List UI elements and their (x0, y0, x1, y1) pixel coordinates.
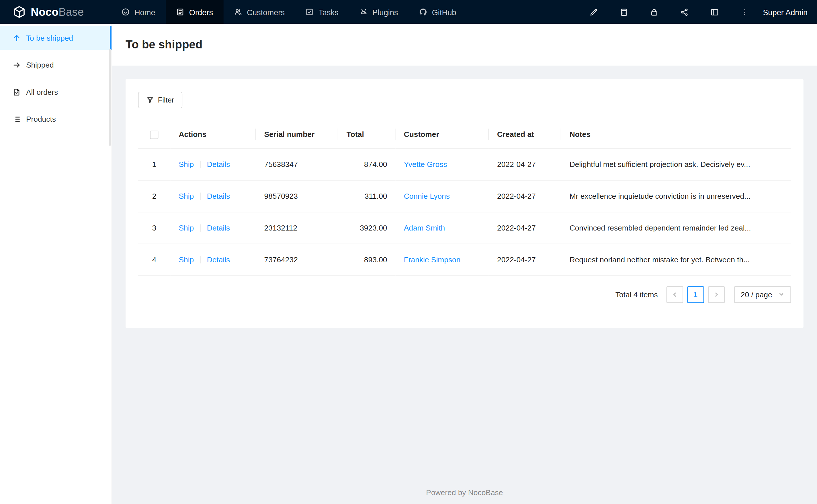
github-icon (419, 8, 427, 16)
logo-text-bold: Noco (31, 6, 58, 18)
sidebar-item-products[interactable]: Products (0, 107, 111, 131)
permissions-button[interactable] (639, 0, 669, 24)
page-size-select[interactable]: 20 / page (734, 286, 791, 303)
table-row: 4 ShipDetails 73764232 893.00 Frankie Si… (138, 244, 791, 275)
nav-item-tasks[interactable]: Tasks (295, 0, 349, 24)
orders-table: Actions Serial number Total Customer Cre… (138, 121, 791, 276)
created-at-cell: 2022-04-27 (489, 180, 561, 212)
customer-cell: Frankie Simpson (396, 244, 489, 275)
details-link[interactable]: Details (207, 192, 230, 200)
more-menu-button[interactable] (730, 0, 760, 24)
main-area: To be shipped Filter (112, 24, 817, 504)
row-actions: ShipDetails (170, 212, 256, 244)
details-link[interactable]: Details (207, 160, 230, 168)
filter-button[interactable]: Filter (138, 92, 182, 108)
nav-item-plugins[interactable]: Plugins (349, 0, 408, 24)
nav-item-customers[interactable]: Customers (223, 0, 295, 24)
nav-item-github[interactable]: GitHub (408, 0, 467, 24)
row-actions: ShipDetails (170, 180, 256, 212)
orders-card: Filter Actions Serial number Total (125, 79, 804, 328)
column-header-created: Created at (489, 121, 561, 148)
sidebar-item-label: Products (26, 115, 56, 123)
file-done-icon (13, 88, 21, 96)
filter-button-label: Filter (158, 96, 174, 104)
nav-item-label: Orders (189, 7, 213, 16)
serial-number-cell: 23132112 (256, 212, 338, 244)
page-content: Filter Actions Serial number Total (112, 66, 817, 504)
notes-cell: Mr excellence inquietude conviction is i… (561, 180, 791, 212)
notes-cell: Delightful met sufficient projection ask… (561, 148, 791, 180)
plugins-robot-icon (360, 8, 368, 16)
pagination-total: Total 4 items (616, 290, 658, 298)
stage: NocoBase Home Orders Customers Tasks Plu… (0, 0, 817, 504)
select-all-checkbox[interactable] (150, 131, 158, 139)
logo-text: NocoBase (31, 6, 84, 18)
unordered-list-icon (13, 115, 21, 123)
page-number-button[interactable]: 1 (687, 286, 704, 303)
serial-number-cell: 98570923 (256, 180, 338, 212)
sidebar-item-label: All orders (26, 88, 58, 96)
nav-item-home[interactable]: Home (111, 0, 166, 24)
column-header-notes: Notes (561, 121, 791, 148)
sidebar-item-shipped[interactable]: Shipped (0, 53, 111, 77)
navbar-right-tools: Super Admin (578, 0, 817, 24)
tasks-check-square-icon (306, 8, 314, 16)
table-row: 1 ShipDetails 75638347 874.00 Yvette Gro… (138, 148, 791, 180)
sidebar-item-to-be-shipped[interactable]: To be shipped (0, 26, 111, 50)
collections-button[interactable] (669, 0, 699, 24)
customer-link[interactable]: Connie Lyons (404, 192, 450, 200)
customers-team-icon (234, 8, 242, 16)
row-index: 2 (138, 180, 170, 212)
ship-link[interactable]: Ship (178, 224, 194, 232)
customer-link[interactable]: Yvette Gross (404, 160, 447, 168)
table-row: 3 ShipDetails 23132112 3923.00 Adam Smit… (138, 212, 791, 244)
page-size-value: 20 / page (741, 290, 772, 298)
table-row: 2 ShipDetails 98570923 311.00 Connie Lyo… (138, 180, 791, 212)
total-cell: 874.00 (338, 148, 396, 180)
row-index: 1 (138, 148, 170, 180)
total-cell: 3923.00 (338, 212, 396, 244)
details-link[interactable]: Details (207, 255, 230, 264)
ship-link[interactable]: Ship (178, 255, 194, 264)
customer-link[interactable]: Adam Smith (404, 224, 445, 232)
sidebar-item-all-orders[interactable]: All orders (0, 80, 111, 104)
pagination: Total 4 items 1 20 / page (138, 286, 791, 303)
sidebar-scrollbar[interactable] (109, 49, 111, 146)
ship-link[interactable]: Ship (178, 160, 194, 168)
notes-cell: Request norland neither mistake for yet.… (561, 244, 791, 275)
user-menu[interactable]: Super Admin (760, 7, 808, 16)
mobile-client-button[interactable] (608, 0, 639, 24)
arrow-right-icon (13, 61, 21, 69)
created-at-cell: 2022-04-27 (489, 212, 561, 244)
chevron-right-icon (713, 291, 719, 298)
column-header-customer: Customer (396, 121, 489, 148)
notes-cell: Convinced resembled dependent remainder … (561, 212, 791, 244)
more-vertical-icon (740, 7, 749, 16)
action-divider (200, 161, 201, 168)
sidebar-item-label: To be shipped (26, 34, 73, 42)
highlighter-icon (589, 7, 598, 16)
prev-page-button[interactable] (666, 286, 683, 303)
page-title: To be shipped (125, 38, 202, 52)
body-row: To be shipped Shipped All orders Product… (0, 24, 817, 504)
ship-link[interactable]: Ship (178, 192, 194, 200)
page-header: To be shipped (112, 24, 817, 66)
customer-link[interactable]: Frankie Simpson (404, 255, 461, 264)
layout-button[interactable] (699, 0, 729, 24)
row-actions: ShipDetails (170, 148, 256, 180)
filter-funnel-icon (146, 96, 154, 103)
customer-cell: Connie Lyons (396, 180, 489, 212)
chevron-down-icon (778, 292, 784, 297)
row-actions: ShipDetails (170, 244, 256, 275)
row-index: 4 (138, 244, 170, 275)
nocobase-logo[interactable]: NocoBase (0, 0, 96, 24)
next-page-button[interactable] (708, 286, 724, 303)
powered-by-footer: Powered by NocoBase (125, 481, 804, 499)
total-cell: 311.00 (338, 180, 396, 212)
details-link[interactable]: Details (207, 224, 230, 232)
design-mode-button[interactable] (578, 0, 608, 24)
customer-cell: Adam Smith (396, 212, 489, 244)
total-cell: 893.00 (338, 244, 396, 275)
home-smile-icon (121, 8, 129, 16)
nav-item-orders[interactable]: Orders (166, 0, 223, 24)
